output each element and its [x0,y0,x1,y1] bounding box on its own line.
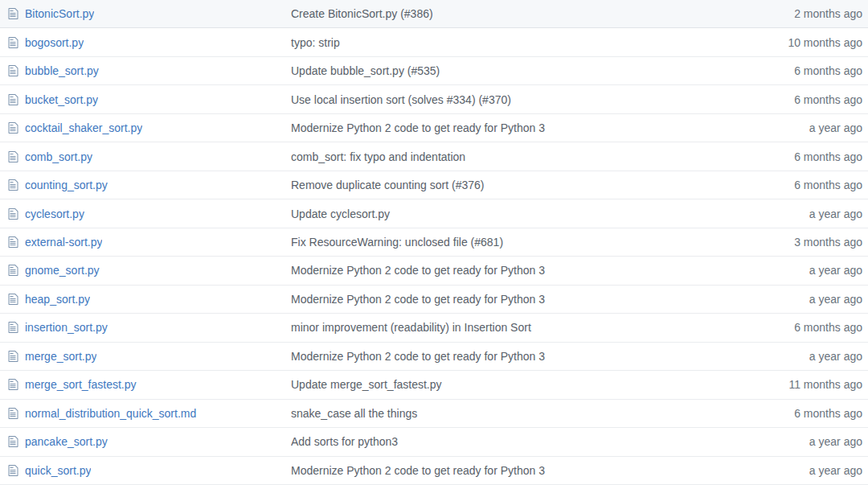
file-name-cell: bogosort.py [0,36,291,49]
file-text-icon [8,93,18,106]
file-link[interactable]: bubble_sort.py [25,64,99,77]
file-link[interactable]: cyclesort.py [25,208,84,220]
file-name-cell: comb_sort.py [0,150,291,163]
commit-message-cell: Modernize Python 2 code to get ready for… [291,264,755,277]
commit-age: a year ago [755,121,868,134]
file-text-icon [8,435,18,448]
file-text-icon [8,236,18,249]
table-row: heap_sort.py Modernize Python 2 code to … [0,286,868,314]
commit-age: 10 months ago [755,36,868,49]
commit-message-link[interactable]: Modernize Python 2 code to get ready for… [291,264,545,277]
file-name-cell: gnome_sort.py [0,264,291,277]
file-link[interactable]: quick_sort.py [25,464,91,477]
commit-message-cell: Create BitonicSort.py (#386) [291,7,755,20]
file-name-cell: pancake_sort.py [0,435,291,448]
commit-message-cell: snake_case all the things [291,407,755,420]
commit-message-cell: Modernize Python 2 code to get ready for… [291,464,755,477]
commit-message-link[interactable]: Add sorts for python3 [291,435,398,448]
file-link[interactable]: gnome_sort.py [25,264,100,277]
file-link[interactable]: counting_sort.py [25,179,108,191]
file-link[interactable]: normal_distribution_quick_sort.md [25,407,196,420]
file-name-cell: external-sort.py [0,236,291,249]
repo-file-list: BitonicSort.py Create BitonicSort.py (#3… [0,0,868,485]
commit-message-cell: Update bubble_sort.py (#535) [291,64,755,77]
commit-message-link[interactable]: snake_case all the things [291,407,417,420]
commit-message-link[interactable]: Use local insertion sort (solves #334) (… [291,93,511,106]
commit-age: 6 months ago [755,64,868,77]
table-row: cyclesort.py Update cyclesort.py a year … [0,199,868,228]
table-row: external-sort.py Fix ResourceWarning: un… [0,228,868,257]
file-text-icon [8,150,18,163]
table-row: bogosort.py typo: strip 10 months ago [0,28,868,56]
file-name-cell: merge_sort_fastest.py [0,378,291,391]
commit-message-link[interactable]: comb_sort: fix typo and indentation [291,150,465,163]
file-text-icon [8,293,18,306]
file-name-cell: quick_sort.py [0,464,291,477]
commit-age: 6 months ago [755,179,868,191]
table-row: cocktail_shaker_sort.py Modernize Python… [0,114,868,142]
commit-message-link[interactable]: Modernize Python 2 code to get ready for… [291,350,545,363]
commit-message-cell: minor improvement (readability) in Inser… [291,321,755,334]
commit-age: 3 months ago [755,236,868,249]
file-name-cell: heap_sort.py [0,293,291,306]
file-name-cell: merge_sort.py [0,350,291,363]
commit-message-cell: Modernize Python 2 code to get ready for… [291,293,755,306]
file-text-icon [8,121,18,134]
file-text-icon [8,407,18,420]
table-row: pancake_sort.py Add sorts for python3 a … [0,428,868,456]
file-text-icon [8,208,18,220]
commit-message-cell: typo: strip [291,36,755,49]
file-link[interactable]: heap_sort.py [25,293,90,306]
file-name-cell: bucket_sort.py [0,93,291,106]
commit-message-link[interactable]: typo: strip [291,36,340,49]
commit-message-link[interactable]: minor improvement (readability) in Inser… [291,321,531,334]
commit-age: 2 months ago [755,7,868,20]
file-link[interactable]: bucket_sort.py [25,93,98,106]
file-text-icon [8,264,18,277]
file-link[interactable]: merge_sort_fastest.py [25,378,137,391]
commit-message-link[interactable]: Remove duplicate counting sort (#376) [291,179,484,191]
file-link[interactable]: merge_sort.py [25,350,96,363]
commit-message-link[interactable]: Modernize Python 2 code to get ready for… [291,293,545,306]
commit-message-link[interactable]: Fix ResourceWarning: unclosed file (#681… [291,236,503,249]
commit-message-cell: Use local insertion sort (solves #334) (… [291,93,755,106]
commit-message-link[interactable]: Update merge_sort_fastest.py [291,378,442,391]
commit-message-link[interactable]: Modernize Python 2 code to get ready for… [291,464,545,477]
commit-message-cell: Fix ResourceWarning: unclosed file (#681… [291,236,755,249]
commit-message-link[interactable]: Create BitonicSort.py (#386) [291,7,433,20]
file-link[interactable]: comb_sort.py [25,150,92,163]
file-link[interactable]: external-sort.py [25,236,102,249]
commit-age: a year ago [755,350,868,363]
commit-age: a year ago [755,464,868,477]
commit-age: 6 months ago [755,321,868,334]
file-link[interactable]: insertion_sort.py [25,321,108,334]
commit-message-cell: Modernize Python 2 code to get ready for… [291,121,755,134]
commit-age: a year ago [755,293,868,306]
file-link[interactable]: BitonicSort.py [25,7,94,20]
table-row: counting_sort.py Remove duplicate counti… [0,171,868,199]
commit-age: a year ago [755,435,868,448]
file-name-cell: bubble_sort.py [0,64,291,77]
commit-message-cell: Remove duplicate counting sort (#376) [291,179,755,191]
table-row: comb_sort.py comb_sort: fix typo and ind… [0,142,868,171]
commit-message-link[interactable]: Update bubble_sort.py (#535) [291,64,440,77]
commit-message-cell: Update cyclesort.py [291,208,755,220]
file-link[interactable]: pancake_sort.py [25,435,108,448]
table-row: merge_sort_fastest.py Update merge_sort_… [0,371,868,399]
commit-message-cell: comb_sort: fix typo and indentation [291,150,755,163]
file-link[interactable]: bogosort.py [25,36,84,49]
commit-message-cell: Add sorts for python3 [291,435,755,448]
file-name-cell: insertion_sort.py [0,321,291,334]
table-row: bucket_sort.py Use local insertion sort … [0,85,868,113]
table-row: bubble_sort.py Update bubble_sort.py (#5… [0,57,868,85]
table-row: insertion_sort.py minor improvement (rea… [0,314,868,342]
commit-message-link[interactable]: Update cyclesort.py [291,208,390,220]
commit-message-link[interactable]: Modernize Python 2 code to get ready for… [291,121,545,134]
file-name-cell: cocktail_shaker_sort.py [0,121,291,134]
table-row: normal_distribution_quick_sort.md snake_… [0,400,868,428]
file-text-icon [8,321,18,334]
file-name-cell: BitonicSort.py [0,7,291,20]
table-row: merge_sort.py Modernize Python 2 code to… [0,343,868,371]
table-row: gnome_sort.py Modernize Python 2 code to… [0,257,868,285]
file-link[interactable]: cocktail_shaker_sort.py [25,121,142,134]
